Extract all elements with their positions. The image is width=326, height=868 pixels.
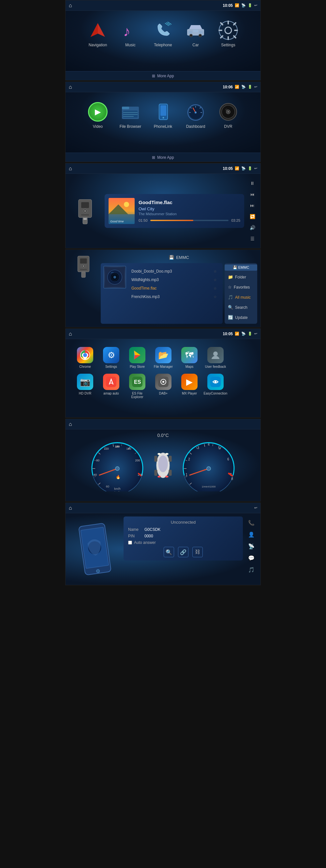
app-item-dvr[interactable]: DVR — [212, 99, 244, 131]
progress-bar[interactable] — [150, 220, 229, 221]
app-item-video[interactable]: ▶ Video — [82, 99, 114, 131]
telephone-label: Telephone — [154, 43, 172, 47]
svg-text:3: 3 — [197, 446, 199, 450]
sidebar-search[interactable]: 🔍 Search — [225, 302, 257, 312]
launcher-amap[interactable]: amap auto — [98, 371, 124, 401]
easyconn-icon — [207, 374, 224, 390]
volume-button[interactable]: 🔊 — [248, 223, 257, 232]
more-app-label-2: More App — [157, 155, 174, 160]
messages-btn[interactable]: 💬 — [247, 553, 256, 563]
track-item-0[interactable]: Doobi_Doobi_Doo.mp3 ☆ — [128, 267, 220, 276]
launcher-esfile[interactable]: ES ES File Explorer — [124, 371, 150, 401]
time-1: 10:05 — [223, 3, 233, 8]
svg-rect-9 — [193, 30, 198, 32]
svg-text:60: 60 — [106, 485, 109, 488]
home-icon-2[interactable]: ⌂ — [69, 84, 72, 90]
speedometer-container: 160 km/h — [88, 439, 147, 491]
multilink-action-btn[interactable]: ⛓ — [192, 547, 203, 557]
back-icon-3[interactable]: ↩ — [254, 166, 257, 170]
launcher-settings-icon: ⚙ — [103, 347, 119, 363]
status-right-7: ↩ — [254, 506, 257, 510]
music-icon: ♪ — [121, 21, 140, 40]
list-button[interactable]: ☰ — [248, 235, 257, 243]
settings-icon-container — [218, 20, 239, 41]
launcher-grid: Chrome ⚙ Settings — [69, 344, 257, 401]
emmc-badge-icon: 💾 — [233, 266, 237, 269]
launcher-dab[interactable]: DAB+ — [150, 371, 176, 401]
next-button[interactable]: ⏭ — [248, 201, 257, 210]
home-icon-6[interactable]: ⌂ — [69, 421, 72, 427]
dash-temp: 0.0°C — [157, 433, 168, 438]
userfeedback-svg — [210, 350, 221, 360]
music-side-btn[interactable]: 🎵 — [247, 565, 256, 575]
app-item-car[interactable]: Car — [179, 17, 212, 50]
back-icon-1[interactable]: ↩ — [254, 3, 257, 7]
home-icon-7[interactable]: ⌂ — [69, 505, 72, 511]
track-item-2[interactable]: GoodTime.flac ☆ — [128, 284, 220, 292]
more-app-bar-2[interactable]: ⊞ More App — [66, 153, 260, 162]
launcher-chrome[interactable]: Chrome — [72, 344, 98, 371]
launcher-filemanager[interactable]: 📂 File Manager — [150, 344, 176, 371]
app-item-navigation[interactable]: Navigation — [82, 17, 114, 50]
launcher-easyconn[interactable]: EasyConnection — [202, 371, 229, 401]
section-home1: ⌂ 10:05 📶 📡 🔋 ↩ — [0, 0, 326, 82]
player-info: GoodTime.flac Owl City The Midsummer Sta… — [138, 199, 240, 222]
launcher-playstore[interactable]: Play Store — [124, 344, 150, 371]
launcher-hddvr[interactable]: 📷 HD DVR — [72, 371, 98, 401]
progress-fill — [150, 220, 194, 221]
section-musiclib: 💾 EMMC — [0, 249, 326, 328]
back-icon-5[interactable]: ↩ — [254, 332, 257, 336]
launcher-settings[interactable]: ⚙ Settings — [98, 344, 124, 371]
userfeedback-label: User feedback — [205, 365, 226, 368]
app-item-telephone[interactable]: Telephone — [147, 17, 179, 50]
pin-value: 0000 — [144, 534, 153, 538]
phone-call-btn[interactable]: 📞 — [247, 518, 256, 528]
repeat-button[interactable]: 🔁 — [248, 212, 257, 221]
sidebar-update[interactable]: 🔄 Update — [225, 312, 257, 322]
track-item-3[interactable]: FrenchKiss.mp3 ☆ — [128, 292, 220, 301]
sidebar-allmusic[interactable]: 🎵 All music — [225, 292, 257, 302]
app-panel-home1: Navigation ♪ Music — [66, 11, 260, 71]
star-0: ☆ — [214, 269, 217, 274]
dash-gauges: 160 km/h — [69, 439, 257, 491]
link-action-btn[interactable]: 🔗 — [178, 547, 189, 557]
status-right-2: 10:06 📶 📡 🔋 ↩ — [223, 85, 257, 89]
search-label: Search — [235, 305, 248, 310]
back-icon-2[interactable]: ↩ — [254, 85, 257, 89]
launcher-maps[interactable]: 🗺 Maps — [176, 344, 202, 371]
app-item-music[interactable]: ♪ Music — [114, 17, 147, 50]
auto-answer-row: Auto answer — [128, 540, 238, 545]
status-right-3: 10:05 📶 📡 🔋 ↩ — [223, 166, 257, 171]
contacts-btn[interactable]: 👤 — [247, 530, 256, 539]
prev-button[interactable]: ⏮ — [248, 190, 257, 198]
playstore-label: Play Store — [130, 365, 145, 368]
bluetooth-btn[interactable]: 📡 — [247, 541, 256, 551]
home-icon-3[interactable]: ⌂ — [69, 166, 72, 172]
sidebar-favorites[interactable]: ☆ Favorites — [225, 282, 257, 292]
app-item-dashboard[interactable]: Dashboard — [179, 99, 212, 131]
track-item-1[interactable]: WildNights.mp3 ☆ — [128, 276, 220, 284]
auto-answer-checkbox[interactable] — [128, 540, 132, 545]
app-item-filebrowser[interactable]: File Browser — [114, 99, 147, 131]
more-app-grid-icon-1: ⊞ — [152, 74, 155, 78]
svg-text:km/h: km/h — [114, 487, 121, 490]
svg-point-13 — [199, 35, 201, 36]
launcher-mxplayer[interactable]: ▶ MX Player — [176, 371, 202, 401]
status-bar-2: ⌂ 10:06 📶 📡 🔋 ↩ — [66, 82, 260, 92]
pause-button[interactable]: ⏸ — [248, 179, 257, 187]
more-app-bar-1[interactable]: ⊞ More App — [66, 71, 260, 80]
app-item-phonelink[interactable]: PhoneLink — [147, 99, 179, 131]
section-phonelink: ⌂ ↩ — [0, 502, 326, 586]
home-icon-5[interactable]: ⌂ — [69, 331, 72, 337]
app-item-settings[interactable]: Settings — [212, 17, 244, 50]
svg-rect-31 — [160, 105, 166, 116]
battery-icon-2: 🔋 — [248, 85, 252, 89]
launcher-userfeedback[interactable]: User feedback — [202, 344, 229, 371]
home-icon-1[interactable]: ⌂ — [69, 3, 72, 8]
launcher-settings-label: Settings — [105, 365, 117, 368]
search-action-btn[interactable]: 🔍 — [164, 547, 174, 557]
svg-rect-25 — [122, 106, 129, 109]
sidebar-folder[interactable]: 📁 Folder — [225, 272, 257, 282]
back-icon-7[interactable]: ↩ — [254, 506, 257, 510]
phone-image-svg — [75, 521, 115, 577]
